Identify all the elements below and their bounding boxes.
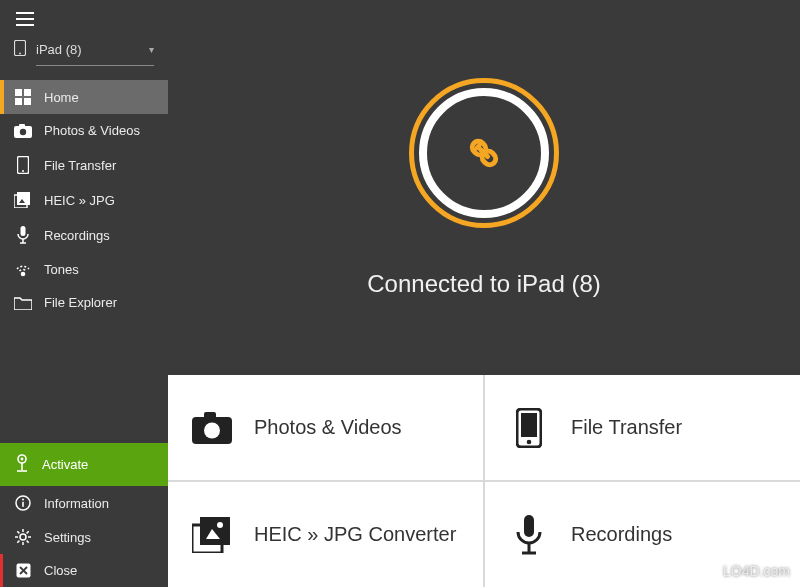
folder-icon — [14, 296, 32, 310]
sidebar-item-label: Close — [44, 563, 77, 578]
svg-rect-50 — [200, 517, 230, 545]
tile-label: Photos & Videos — [254, 416, 402, 439]
svg-rect-6 — [24, 89, 31, 96]
connection-status-text: Connected to iPad (8) — [367, 270, 600, 298]
svg-line-33 — [17, 531, 19, 533]
close-icon — [14, 563, 32, 578]
tile-recordings[interactable]: Recordings — [485, 482, 800, 587]
svg-rect-53 — [524, 515, 534, 537]
svg-point-47 — [527, 439, 532, 444]
svg-rect-2 — [16, 24, 34, 26]
svg-point-4 — [19, 53, 21, 55]
svg-line-36 — [27, 531, 29, 533]
tablet-icon — [14, 40, 26, 59]
image-stack-icon — [192, 517, 232, 553]
image-stack-icon — [14, 192, 32, 208]
sidebar-item-label: Home — [44, 90, 79, 105]
sidebar-item-tones[interactable]: Tones — [0, 253, 168, 286]
home-grid-icon — [14, 89, 32, 105]
activate-button[interactable]: Activate — [0, 443, 168, 486]
svg-rect-1 — [16, 18, 34, 20]
info-icon — [14, 495, 32, 511]
sidebar-item-file-transfer[interactable]: File Transfer — [0, 147, 168, 183]
svg-point-13 — [22, 170, 24, 172]
sidebar-item-label: HEIC » JPG — [44, 193, 115, 208]
tiles-grid: Photos & Videos File Transfer HEIC » JPG… — [168, 375, 800, 587]
tile-file-transfer[interactable]: File Transfer — [485, 375, 800, 480]
svg-rect-27 — [22, 502, 24, 507]
sidebar-item-photos-videos[interactable]: Photos & Videos — [0, 114, 168, 147]
sidebar-item-label: Settings — [44, 530, 91, 545]
tile-label: HEIC » JPG Converter — [254, 523, 456, 546]
link-icon — [462, 131, 506, 175]
microphone-icon — [14, 226, 32, 244]
sidebar-item-close[interactable]: Close — [0, 554, 168, 587]
svg-rect-5 — [15, 89, 22, 96]
camera-icon — [14, 124, 32, 138]
sidebar-item-label: File Transfer — [44, 158, 116, 173]
svg-point-11 — [20, 128, 26, 134]
sidebar-item-label: Photos & Videos — [44, 123, 140, 138]
tile-label: Recordings — [571, 523, 672, 546]
chevron-down-icon: ▾ — [149, 44, 154, 55]
sidebar-item-home[interactable]: Home — [0, 80, 168, 114]
svg-rect-10 — [19, 124, 25, 127]
sidebar-item-settings[interactable]: Settings — [0, 520, 168, 554]
sidebar-item-file-explorer[interactable]: File Explorer — [0, 286, 168, 319]
camera-icon — [192, 412, 232, 444]
device-selector[interactable]: iPad (8) ▾ — [0, 34, 168, 63]
sidebar-item-heic-jpg[interactable]: HEIC » JPG — [0, 183, 168, 217]
svg-rect-48 — [521, 413, 537, 437]
svg-rect-15 — [17, 192, 30, 205]
svg-point-22 — [21, 458, 24, 461]
tile-label: File Transfer — [571, 416, 682, 439]
activate-icon — [14, 454, 30, 475]
svg-line-35 — [17, 541, 19, 543]
microphone-icon — [509, 515, 549, 555]
sidebar-item-label: Information — [44, 496, 109, 511]
sidebar-nav: Home Photos & Videos File Transfer HEIC … — [0, 80, 168, 319]
svg-point-52 — [217, 522, 223, 528]
svg-rect-17 — [21, 226, 26, 236]
svg-point-26 — [22, 499, 24, 501]
sidebar-item-label: File Explorer — [44, 295, 117, 310]
device-name: iPad (8) — [36, 42, 82, 57]
phone-icon — [509, 408, 549, 448]
app-window: iPad (8) ▾ Home Photos & Videos — [0, 0, 800, 587]
tile-photos-videos[interactable]: Photos & Videos — [168, 375, 483, 480]
hamburger-icon — [16, 12, 34, 26]
tile-heic-jpg-converter[interactable]: HEIC » JPG Converter — [168, 482, 483, 587]
main-content: Connected to iPad (8) Photos & Videos Fi… — [168, 0, 800, 587]
svg-rect-0 — [16, 12, 34, 14]
sidebar-item-recordings[interactable]: Recordings — [0, 217, 168, 253]
hero-panel: Connected to iPad (8) — [168, 0, 800, 375]
activate-label: Activate — [42, 457, 88, 472]
svg-point-20 — [21, 271, 26, 276]
connection-status-ring — [409, 78, 559, 228]
sidebar-item-label: Recordings — [44, 228, 110, 243]
gear-icon — [14, 529, 32, 545]
sidebar: iPad (8) ▾ Home Photos & Videos — [0, 0, 168, 587]
divider — [36, 65, 154, 66]
sidebar-footer: Information Settings Close — [0, 486, 168, 587]
hamburger-menu-button[interactable] — [0, 0, 168, 34]
phone-icon — [14, 156, 32, 174]
svg-point-28 — [20, 534, 26, 540]
sidebar-item-information[interactable]: Information — [0, 486, 168, 520]
svg-point-45 — [204, 422, 220, 438]
svg-rect-7 — [15, 98, 22, 105]
svg-rect-44 — [204, 412, 216, 419]
svg-rect-8 — [24, 98, 31, 105]
tones-icon — [14, 263, 32, 277]
svg-line-34 — [27, 541, 29, 543]
sidebar-spacer — [0, 319, 168, 443]
sidebar-item-label: Tones — [44, 262, 79, 277]
